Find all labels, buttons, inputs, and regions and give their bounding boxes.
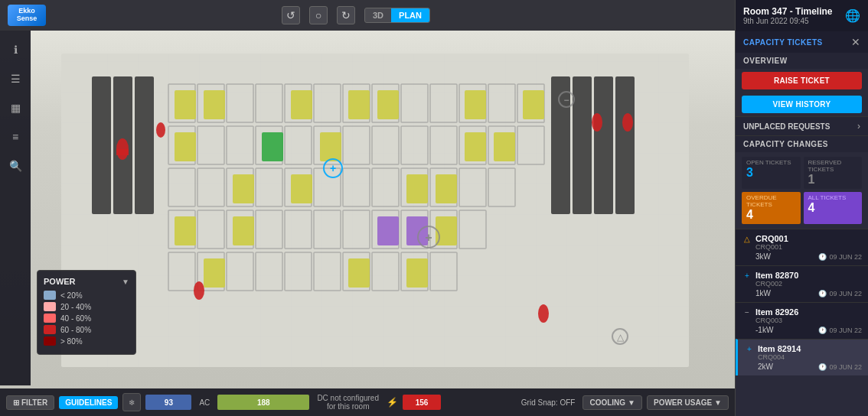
triangle-icon: △ [742, 235, 752, 243]
legend-item-5: > 80% [44, 336, 129, 346]
svg-rect-71 [348, 90, 370, 119]
crq-4-name: Item 82914 [758, 344, 801, 353]
room-title: Room 347 - Timeline [743, 6, 832, 17]
room-header: Room 347 - Timeline 9th Jun 2022 09:45 🌐 [736, 0, 868, 31]
legend-item-2: 20 - 40% [44, 302, 129, 311]
legend-label-5: > 80% [60, 337, 83, 346]
svg-point-94 [156, 122, 165, 138]
power-usage-dropdown[interactable]: POWER USAGE ▼ [647, 395, 729, 410]
crq-2-name: Item 82870 [755, 271, 798, 280]
overview-bar: OVERVIEW [736, 53, 868, 69]
svg-rect-7 [594, 76, 613, 214]
svg-rect-74 [523, 90, 544, 119]
crq-3-date: 🕐 09 JUN 22 [818, 327, 862, 334]
svg-rect-86 [377, 216, 399, 245]
ticket-stats: OPEN TICKETS 3 RESERVED TICKETS 1 OVERDU… [736, 152, 868, 229]
dc-notice: DC not configured for this room [314, 394, 382, 411]
open-tickets-value: 3 [746, 166, 796, 180]
svg-rect-78 [465, 132, 486, 161]
legend-item-3: 40 - 60% [44, 314, 129, 323]
svg-rect-84 [175, 216, 196, 245]
3d-view-button[interactable]: 3D [365, 8, 391, 22]
grid-snap-label: Grid Snap: OFF [518, 398, 579, 407]
crq-1-name: CRQ001 [755, 234, 788, 243]
crq-2-date: 🕐 09 JUN 22 [818, 290, 862, 297]
svg-text:△: △ [617, 332, 625, 343]
overdue-tickets-value: 4 [746, 208, 796, 222]
crq-item-1[interactable]: △ CRQ001 CRQ001 3kW 🕐 09 JUN 22 [736, 229, 868, 265]
plan-view-button[interactable]: PLAN [391, 8, 429, 22]
room-date: 9th Jun 2022 09:45 [743, 17, 832, 25]
menu-icon[interactable]: ☰ [4, 67, 27, 90]
svg-rect-77 [320, 132, 341, 161]
clock-icon-2: 🕐 [818, 290, 827, 297]
crq-1-power: 3kW [755, 252, 771, 261]
view-controls: ↺ ○ ↻ 3D PLAN [282, 6, 430, 24]
crq-2-power: 1kW [755, 289, 771, 297]
power-segment-188: 188 [217, 395, 309, 410]
crq-4-sub: CRQ004 [744, 353, 862, 361]
crq-3-name: Item 82926 [755, 307, 798, 317]
unplaced-requests-row[interactable]: UNPLACED REQUESTS › [736, 116, 868, 135]
guidelines-button[interactable]: GUIDELINES [59, 396, 118, 409]
3d-scene: + + − △ [31, 31, 735, 385]
list-icon[interactable]: ▦ [4, 96, 27, 119]
svg-rect-85 [233, 216, 254, 245]
rotate-left-button[interactable]: ↺ [282, 6, 300, 24]
svg-text:+: + [425, 231, 432, 244]
power-usage-chevron: ▼ [714, 398, 722, 407]
search-icon[interactable]: 🔍 [4, 154, 27, 177]
cooling-label: COOLING [589, 398, 625, 407]
legend-label-2: 20 - 40% [60, 303, 91, 311]
svg-rect-76 [262, 132, 283, 161]
svg-point-98 [538, 304, 549, 323]
reset-view-button[interactable]: ○ [309, 6, 328, 24]
crq-item-3[interactable]: − Item 82926 CRQ003 -1kW 🕐 09 JUN 22 [736, 302, 868, 339]
crq-1-sub: CRQ001 [742, 243, 862, 251]
unplaced-chevron: › [857, 121, 860, 132]
svg-rect-69 [204, 90, 225, 119]
logo-area: EkkoSense [8, 5, 46, 26]
open-tickets-label: OPEN TICKETS [746, 159, 796, 166]
crq-item-4[interactable]: + Item 82914 CRQ004 2kW 🕐 09 JUN 22 [736, 339, 868, 375]
reserved-tickets-label: RESERVED TICKETS [808, 159, 858, 173]
raise-ticket-button[interactable]: RAISE TICKET [742, 72, 862, 89]
clock-icon-4: 🕐 [818, 363, 827, 371]
cooling-dropdown[interactable]: COOLING ▼ [582, 395, 642, 410]
svg-rect-89 [204, 258, 225, 288]
rotate-right-button[interactable]: ↻ [337, 6, 355, 24]
crq-4-date: 🕐 09 JUN 22 [818, 363, 862, 371]
minus-icon-3: − [742, 308, 752, 317]
crq-1-date: 🕐 09 JUN 22 [818, 253, 862, 261]
overdue-tickets-stat: OVERDUE TICKETS 4 [742, 192, 801, 224]
bottom-bar: ⊞ FILTER GUIDELINES ❄ 93 AC 188 DC not c… [0, 388, 735, 416]
filter-icon[interactable]: ≡ [4, 125, 27, 148]
svg-text:+: + [330, 162, 336, 174]
svg-rect-82 [406, 174, 428, 203]
svg-rect-70 [291, 90, 312, 119]
filter-button[interactable]: ⊞ FILTER [6, 395, 54, 410]
snowflake-button[interactable]: ❄ [122, 393, 141, 411]
legend-label-4: 60 - 80% [60, 326, 91, 334]
all-tickets-label: ALL TICKETS [808, 194, 858, 201]
reserved-tickets-value: 1 [808, 173, 858, 187]
svg-text:−: − [563, 95, 569, 106]
globe-icon[interactable]: 🌐 [845, 8, 860, 23]
filter-label: FILTER [21, 398, 47, 407]
guidelines-label: GUIDELINES [65, 398, 112, 407]
legend-label-1: < 20% [60, 291, 83, 300]
crq-4-power: 2kW [758, 362, 773, 371]
plus-icon-2: + [742, 271, 752, 280]
legend-item-4: 60 - 80% [44, 325, 129, 334]
svg-rect-83 [436, 174, 457, 203]
close-button[interactable]: ✕ [851, 36, 860, 48]
svg-rect-93 [116, 149, 129, 155]
info-icon[interactable]: ℹ [4, 38, 27, 61]
view-toggle: 3D PLAN [364, 8, 430, 23]
svg-rect-81 [291, 174, 312, 203]
right-panel: Room 347 - Timeline 9th Jun 2022 09:45 🌐… [735, 0, 868, 416]
legend-toggle[interactable]: ▼ [122, 278, 129, 286]
crq-item-2[interactable]: + Item 82870 CRQ002 1kW 🕐 09 JUN 22 [736, 265, 868, 302]
svg-rect-73 [465, 90, 486, 119]
view-history-button[interactable]: VIEW HISTORY [742, 96, 862, 113]
